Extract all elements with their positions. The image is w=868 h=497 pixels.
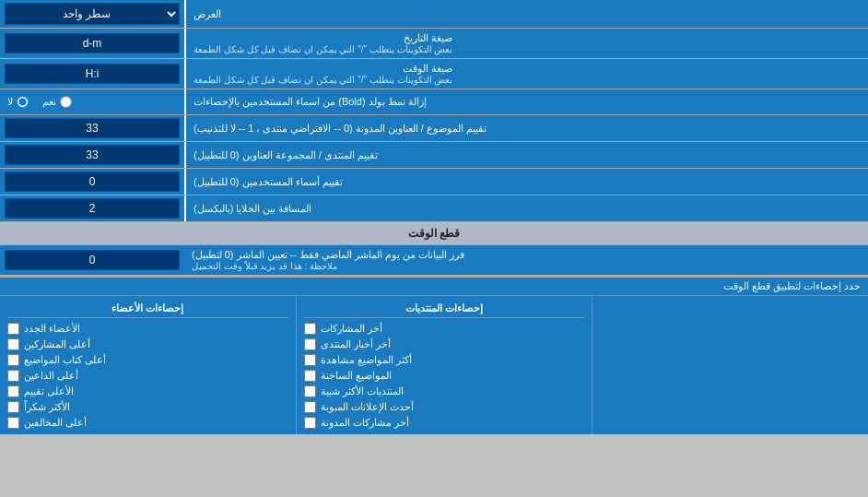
- new-members-label: الأعضاء الجدد: [24, 323, 80, 335]
- forum-ordering-label: تقييم المنتدى / المجموعة العناوين (0 للت…: [184, 142, 868, 168]
- top-visitors-label: أعلى المخالفين: [24, 417, 87, 429]
- latest-tracked-participations-label: أخر مشاركات المدونة: [321, 417, 409, 429]
- date-format-sublabel: بعض التكوينات يتطلب "/" التي يمكن ان تضا…: [194, 44, 452, 54]
- gap-title: المسافة بين الخلايا (بالبكسل): [194, 203, 312, 215]
- top-topic-writers-checkbox[interactable]: [7, 354, 19, 366]
- forum-ordering-row: تقييم المنتدى / المجموعة العناوين (0 للت…: [0, 142, 868, 169]
- radio-no-text: لا: [7, 96, 13, 108]
- radio-yes-label[interactable]: نعم: [42, 96, 72, 108]
- bold-remove-label: إزالة نمط بولد (Bold) من اسماء المستخدمي…: [184, 89, 868, 114]
- stats-header-label: حدد إحصاءات لتطبيق قطع الوقت: [7, 280, 861, 292]
- most-viewed-topics-checkbox[interactable]: [304, 354, 316, 366]
- participations-col-header: إحصاءات المنتديات: [304, 300, 585, 318]
- users-ordering-title: تقييم أسماء المستخدمين (0 للتطبيل): [194, 176, 343, 188]
- topics-ordering-label: تقييم الموضوع / العناوين المدونة (0 -- ا…: [184, 115, 868, 141]
- cutoff-header-text: قطع الوقت: [408, 227, 460, 240]
- top-callers-checkbox[interactable]: [7, 370, 19, 382]
- top-raters-item: الأعلى تقييم: [7, 384, 288, 399]
- users-ordering-input-wrap: [0, 169, 184, 195]
- most-similar-forums-item: المنتديات الأكثر شبية: [304, 384, 585, 399]
- top-raters-checkbox[interactable]: [7, 385, 19, 397]
- top-raters-label: الأعلى تقييم: [24, 385, 74, 397]
- topics-ordering-title: تقييم الموضوع / العناوين المدونة (0 -- ا…: [194, 123, 487, 135]
- date-format-title: صيغة التاريخ: [194, 32, 452, 44]
- time-format-label: صيغة الوقت بعض التكوينات يتطلب "/" التي …: [184, 59, 868, 89]
- left-empty-col: [592, 296, 868, 434]
- radio-yes[interactable]: [60, 96, 72, 108]
- most-viewed-topics-label: أكثر المواضيع مشاهدة: [321, 354, 412, 366]
- top-callers-label: أعلى الداعين: [24, 370, 78, 382]
- latest-ads-label: أحدث الإعلانات المبوبة: [321, 401, 414, 413]
- latest-tracked-participations-checkbox[interactable]: [304, 417, 316, 429]
- time-format-input[interactable]: [5, 64, 180, 84]
- stats-header-row: حدد إحصاءات لتطبيق قطع الوقت: [0, 278, 868, 296]
- most-thanked-item: الأكثر شكراً: [7, 399, 288, 415]
- last-posts-label: أخر المشاركات: [321, 323, 382, 335]
- cutoff-row-label: فرز البيانات من يوم الماشر الماضي فقط --…: [184, 245, 868, 275]
- forum-news-item: أخر أخبار المنتدى: [304, 337, 585, 352]
- header-label: العرض: [184, 0, 868, 28]
- top-visitors-item: أعلى المخالفين: [7, 415, 288, 431]
- gap-input-wrap: [0, 195, 184, 221]
- display-mode-select[interactable]: سطر واحدسطرينثلاثة أسطر: [5, 3, 180, 25]
- gap-label: المسافة بين الخلايا (بالبكسل): [184, 195, 868, 221]
- new-members-checkbox[interactable]: [7, 323, 19, 335]
- latest-ads-checkbox[interactable]: [304, 401, 316, 413]
- gap-input[interactable]: [5, 198, 180, 219]
- date-format-row: صيغة التاريخ بعض التكوينات يتطلب "/" الت…: [0, 29, 868, 59]
- top-topic-writers-label: أعلى كتاب المواضيع: [24, 354, 106, 366]
- top-posters-checkbox[interactable]: [7, 338, 19, 350]
- last-posts-item: أخر المشاركات: [304, 321, 585, 337]
- bold-remove-radios: نعم لا: [0, 89, 184, 114]
- forum-news-label: أخر أخبار المنتدى: [321, 338, 391, 350]
- members-col: إحصاءات الأعضاء الأعضاء الجدد أعلى المشا…: [0, 296, 296, 434]
- checkbox-columns: إحصاءات المنتديات أخر المشاركات أخر أخبا…: [0, 296, 868, 434]
- new-members-item: الأعضاء الجدد: [7, 321, 288, 337]
- topics-ordering-input-wrap: [0, 115, 184, 141]
- topics-ordering-row: تقييم الموضوع / العناوين المدونة (0 -- ا…: [0, 115, 868, 142]
- forum-ordering-input-wrap: [0, 142, 184, 168]
- users-ordering-label: تقييم أسماء المستخدمين (0 للتطبيل): [184, 169, 868, 195]
- members-col-header: إحصاءات الأعضاء: [7, 300, 288, 318]
- gap-row: المسافة بين الخلايا (بالبكسل): [0, 195, 868, 222]
- most-similar-forums-checkbox[interactable]: [304, 385, 316, 397]
- cutoff-row: فرز البيانات من يوم الماشر الماضي فقط --…: [0, 245, 868, 276]
- cutoff-row-note: ملاحظة : هذا قد يزيد قبلاً وقت التحميل: [192, 261, 337, 271]
- last-topics-label: المواضيع الساخنة: [321, 370, 392, 382]
- checkboxes-section: حدد إحصاءات لتطبيق قطع الوقت إحصاءات الم…: [0, 276, 868, 434]
- latest-tracked-participations-item: أخر مشاركات المدونة: [304, 415, 585, 431]
- forum-ordering-title: تقييم المنتدى / المجموعة العناوين (0 للت…: [194, 149, 378, 161]
- header-input: سطر واحدسطرينثلاثة أسطر: [0, 0, 184, 28]
- last-posts-checkbox[interactable]: [304, 323, 316, 335]
- most-thanked-checkbox[interactable]: [7, 401, 19, 413]
- latest-ads-item: أحدث الإعلانات المبوبة: [304, 399, 585, 415]
- header-row: العرض سطر واحدسطرينثلاثة أسطر: [0, 0, 868, 29]
- time-format-input-wrap: [0, 59, 184, 89]
- top-topic-writers-item: أعلى كتاب المواضيع: [7, 352, 288, 368]
- radio-no-label[interactable]: لا: [7, 96, 29, 108]
- bold-remove-title: إزالة نمط بولد (Bold) من اسماء المستخدمي…: [194, 96, 427, 108]
- last-topics-item: المواضيع الساخنة: [304, 368, 585, 384]
- date-format-input-wrap: [0, 29, 184, 58]
- most-thanked-label: الأكثر شكراً: [24, 401, 70, 413]
- last-topics-checkbox[interactable]: [304, 370, 316, 382]
- most-viewed-topics-item: أكثر المواضيع مشاهدة: [304, 352, 585, 368]
- date-format-label: صيغة التاريخ بعض التكوينات يتطلب "/" الت…: [184, 29, 868, 58]
- bold-remove-row: إزالة نمط بولد (Bold) من اسماء المستخدمي…: [0, 89, 868, 115]
- forum-news-checkbox[interactable]: [304, 338, 316, 350]
- radio-yes-text: نعم: [42, 96, 56, 108]
- cutoff-row-title: فرز البيانات من يوم الماشر الماضي فقط --…: [192, 249, 464, 261]
- cutoff-input-wrap: [0, 245, 184, 275]
- users-ordering-input[interactable]: [5, 172, 180, 192]
- time-format-sublabel: بعض التكوينات يتطلب "/" التي يمكن ان تضا…: [194, 75, 452, 85]
- time-format-row: صيغة الوقت بعض التكوينات يتطلب "/" التي …: [0, 59, 868, 89]
- time-format-title: صيغة الوقت: [194, 63, 452, 75]
- topics-ordering-input[interactable]: [5, 118, 180, 138]
- most-similar-forums-label: المنتديات الأكثر شبية: [321, 385, 404, 397]
- date-format-input[interactable]: [5, 33, 180, 53]
- header-title-text: العرض: [194, 8, 221, 20]
- top-visitors-checkbox[interactable]: [7, 417, 19, 429]
- forum-ordering-input[interactable]: [5, 145, 180, 165]
- radio-no[interactable]: [17, 96, 29, 108]
- cutoff-input[interactable]: [5, 250, 180, 270]
